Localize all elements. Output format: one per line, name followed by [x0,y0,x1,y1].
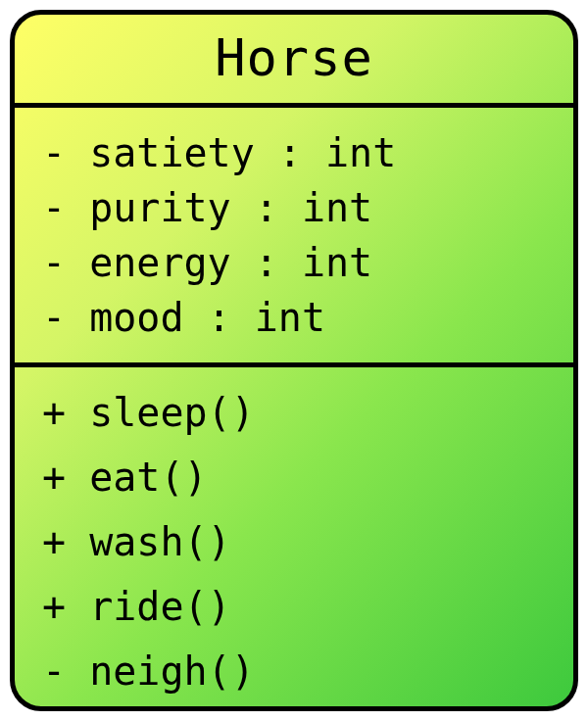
method-row: + ride() [42,579,546,634]
attribute-row: - energy : int [42,235,546,290]
attribute-row: - mood : int [42,290,546,345]
uml-class-box: Horse - satiety : int - purity : int - e… [10,10,578,711]
attributes-section: - satiety : int - purity : int - energy … [15,108,573,367]
method-row: + eat() [42,450,546,505]
attribute-row: - satiety : int [42,125,546,180]
method-row: - neigh() [42,644,546,698]
method-row: + wash() [42,514,546,569]
class-name: Horse [15,15,573,108]
method-row: + sleep() [42,385,546,440]
methods-section: + sleep() + eat() + wash() + ride() - ne… [15,367,573,711]
attribute-row: - purity : int [42,180,546,235]
